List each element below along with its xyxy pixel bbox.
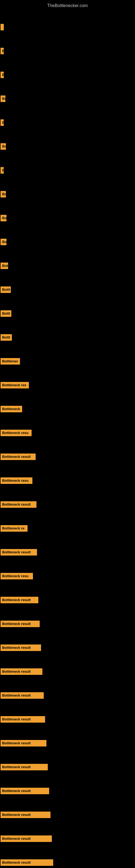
- bar-row: Bo: [0, 207, 135, 229]
- bar-label: Bottl: [1, 286, 11, 293]
- bar-label: Bottlenec: [1, 358, 20, 365]
- bar-row: Bottleneck result: [0, 637, 135, 659]
- bar-row: Bottleneck: [0, 398, 135, 420]
- bar-row: Bottl: [0, 279, 135, 301]
- bar-row: Bottleneck result: [0, 852, 135, 868]
- bar-label: B: [1, 119, 4, 126]
- bar-row: Bottleneck result: [0, 446, 135, 468]
- bar-row: B: [0, 64, 135, 86]
- bar-label: Bottleneck result: [1, 549, 37, 556]
- bar-label: Bo: [1, 143, 6, 150]
- bar-label: Bottleneck resu: [1, 477, 32, 484]
- bar-label: Bottleneck res: [1, 382, 29, 389]
- bar-row: Bottleneck resu: [0, 470, 135, 492]
- bar-row: Bottleneck resu: [0, 422, 135, 444]
- bar-label: Bottleneck resu: [1, 573, 33, 579]
- bar-row: B: [0, 112, 135, 133]
- bar-label: Bottleneck result: [1, 812, 50, 818]
- bar-label: Bottl: [1, 310, 11, 317]
- bar-label: Bo: [1, 215, 6, 221]
- bar-label: Bottleneck re: [1, 525, 28, 532]
- bar-label: Bottleneck resu: [1, 430, 32, 436]
- bar-row: Bottleneck res: [0, 374, 135, 396]
- bar-row: Bo: [0, 183, 135, 205]
- bar-row: Bottleneck result: [0, 541, 135, 563]
- bar-label: B: [1, 48, 4, 54]
- bar-label: Bottleneck result: [1, 454, 36, 460]
- bar-label: Bottleneck result: [1, 669, 42, 675]
- bar-row: Bottleneck result: [0, 804, 135, 826]
- bar-row: Bottleneck result: [0, 709, 135, 730]
- bar-row: Bottleneck result: [0, 733, 135, 754]
- bar-label: Bottleneck result: [1, 859, 53, 866]
- bar-label: Bottleneck result: [1, 716, 45, 723]
- bar-label: Bottleneck: [1, 406, 22, 412]
- bar-label: Bottleneck result: [1, 597, 38, 603]
- bar-row: Bo: [0, 88, 135, 110]
- bar-row: Bottl: [0, 303, 135, 324]
- bar-label: Bo: [1, 191, 6, 197]
- bar-row: Bottleneck result: [0, 661, 135, 682]
- bar-label: Bottl: [1, 334, 12, 341]
- bar-row: Bottleneck re: [0, 518, 135, 539]
- bar-row: [0, 16, 135, 38]
- bar-row: Bottleneck result: [0, 589, 135, 611]
- bar-row: B: [0, 40, 135, 62]
- bar-row: Bottleneck result: [0, 828, 135, 849]
- bar-row: Bottleneck result: [0, 756, 135, 778]
- bar-label: Bottleneck result: [1, 501, 37, 508]
- bar-label: Bot: [1, 262, 8, 269]
- bar-label: B: [1, 167, 4, 174]
- bar-label: [1, 24, 4, 30]
- bar-label: Bottleneck result: [1, 835, 52, 842]
- site-title: TheBottlenecker.com: [0, 1, 135, 10]
- bar-row: Bottlenec: [0, 350, 135, 372]
- bar-row: Bo: [0, 231, 135, 253]
- bar-label: Bottleneck result: [1, 788, 49, 794]
- bar-row: Bottleneck result: [0, 685, 135, 706]
- bar-label: Bottleneck result: [1, 764, 48, 770]
- bar-row: Bo: [0, 135, 135, 157]
- bar-label: B: [1, 72, 4, 78]
- bar-row: Bottleneck result: [0, 494, 135, 516]
- bar-row: Bottleneck result: [0, 613, 135, 635]
- bar-label: Bottleneck result: [1, 692, 44, 699]
- bar-row: Bottleneck result: [0, 780, 135, 802]
- bar-label: Bottleneck result: [1, 645, 41, 651]
- bar-label: Bottleneck result: [1, 621, 40, 627]
- bar-label: Bo: [1, 239, 6, 245]
- bar-row: Bottleneck resu: [0, 565, 135, 587]
- bar-row: Bottl: [0, 327, 135, 348]
- bar-label: Bottleneck result: [1, 740, 46, 746]
- bar-row: Bot: [0, 255, 135, 277]
- bar-row: B: [0, 159, 135, 181]
- bar-label: Bo: [1, 95, 5, 102]
